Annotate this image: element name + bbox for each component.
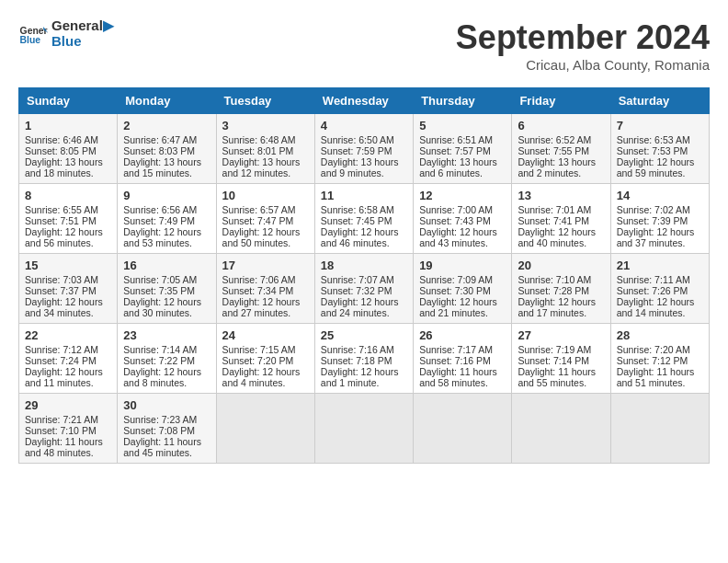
day-number: 15 bbox=[25, 259, 111, 272]
sunset: Sunset: 7:14 PM bbox=[518, 355, 604, 366]
calendar-cell bbox=[314, 394, 413, 464]
sunset: Sunset: 7:30 PM bbox=[419, 285, 506, 296]
day-number: 12 bbox=[419, 189, 506, 202]
day-number: 1 bbox=[25, 119, 111, 132]
daylight-hours: Daylight: 12 hours and 46 minutes. bbox=[321, 226, 407, 248]
sunset: Sunset: 7:22 PM bbox=[123, 355, 210, 366]
sunrise: Sunrise: 6:47 AM bbox=[123, 134, 210, 145]
calendar-cell: 29Sunrise: 7:21 AMSunset: 7:10 PMDayligh… bbox=[19, 394, 118, 464]
sunset: Sunset: 7:10 PM bbox=[25, 425, 111, 436]
calendar-cell: 10Sunrise: 6:57 AMSunset: 7:47 PMDayligh… bbox=[216, 184, 314, 254]
calendar-cell bbox=[216, 394, 314, 464]
day-number: 9 bbox=[123, 189, 210, 202]
calendar-cell: 5Sunrise: 6:51 AMSunset: 7:57 PMDaylight… bbox=[414, 114, 512, 184]
calendar-cell: 17Sunrise: 7:06 AMSunset: 7:34 PMDayligh… bbox=[216, 254, 314, 324]
sunset: Sunset: 7:18 PM bbox=[321, 355, 407, 366]
calendar-cell: 25Sunrise: 7:16 AMSunset: 7:18 PMDayligh… bbox=[314, 324, 413, 394]
sunrise: Sunrise: 6:55 AM bbox=[25, 204, 111, 215]
sunrise: Sunrise: 6:52 AM bbox=[518, 134, 604, 145]
calendar-week: 22Sunrise: 7:12 AMSunset: 7:24 PMDayligh… bbox=[19, 324, 710, 394]
day-number: 30 bbox=[123, 398, 210, 412]
header-row: SundayMondayTuesdayWednesdayThursdayFrid… bbox=[19, 88, 710, 114]
sunrise: Sunrise: 7:20 AM bbox=[617, 344, 703, 355]
sunset: Sunset: 7:08 PM bbox=[123, 425, 210, 436]
day-number: 3 bbox=[222, 119, 309, 132]
daylight-hours: Daylight: 12 hours and 50 minutes. bbox=[222, 226, 309, 248]
sunset: Sunset: 7:53 PM bbox=[617, 145, 703, 156]
calendar-cell: 24Sunrise: 7:15 AMSunset: 7:20 PMDayligh… bbox=[216, 324, 314, 394]
day-number: 14 bbox=[617, 189, 703, 202]
daylight-hours: Daylight: 12 hours and 24 minutes. bbox=[321, 296, 407, 318]
sunset: Sunset: 7:34 PM bbox=[222, 285, 309, 296]
sunset: Sunset: 7:47 PM bbox=[222, 215, 309, 226]
day-number: 18 bbox=[321, 259, 407, 272]
daylight-hours: Daylight: 13 hours and 9 minutes. bbox=[321, 156, 407, 178]
sunset: Sunset: 7:24 PM bbox=[25, 355, 111, 366]
logo-icon: General Blue bbox=[18, 19, 48, 49]
sunset: Sunset: 7:28 PM bbox=[518, 285, 604, 296]
sunrise: Sunrise: 7:15 AM bbox=[222, 344, 309, 355]
sunset: Sunset: 7:35 PM bbox=[123, 285, 210, 296]
sunrise: Sunrise: 7:11 AM bbox=[617, 274, 703, 285]
daylight-hours: Daylight: 12 hours and 40 minutes. bbox=[518, 226, 604, 248]
sunrise: Sunrise: 6:56 AM bbox=[123, 204, 210, 215]
calendar-week: 15Sunrise: 7:03 AMSunset: 7:37 PMDayligh… bbox=[19, 254, 710, 324]
daylight-hours: Daylight: 11 hours and 58 minutes. bbox=[419, 366, 506, 388]
weekday-header: Monday bbox=[118, 88, 216, 114]
sunrise: Sunrise: 6:58 AM bbox=[321, 204, 407, 215]
location: Cricau, Alba County, Romania bbox=[456, 57, 710, 73]
sunset: Sunset: 7:51 PM bbox=[25, 215, 111, 226]
calendar-cell: 23Sunrise: 7:14 AMSunset: 7:22 PMDayligh… bbox=[118, 324, 216, 394]
calendar-cell: 20Sunrise: 7:10 AMSunset: 7:28 PMDayligh… bbox=[512, 254, 610, 324]
sunset: Sunset: 7:43 PM bbox=[419, 215, 506, 226]
sunset: Sunset: 7:57 PM bbox=[419, 145, 506, 156]
daylight-hours: Daylight: 12 hours and 56 minutes. bbox=[25, 226, 111, 248]
daylight-hours: Daylight: 12 hours and 1 minute. bbox=[321, 366, 407, 388]
calendar-cell: 13Sunrise: 7:01 AMSunset: 7:41 PMDayligh… bbox=[512, 184, 610, 254]
day-number: 4 bbox=[321, 119, 407, 132]
calendar-cell bbox=[610, 394, 709, 464]
day-number: 5 bbox=[419, 119, 506, 132]
day-number: 21 bbox=[617, 259, 703, 272]
daylight-hours: Daylight: 12 hours and 11 minutes. bbox=[25, 366, 111, 388]
daylight-hours: Daylight: 12 hours and 8 minutes. bbox=[123, 366, 210, 388]
day-number: 10 bbox=[222, 189, 309, 202]
sunrise: Sunrise: 7:00 AM bbox=[419, 204, 506, 215]
sunrise: Sunrise: 6:48 AM bbox=[222, 134, 309, 145]
day-number: 8 bbox=[25, 189, 111, 202]
calendar-week: 1Sunrise: 6:46 AMSunset: 8:05 PMDaylight… bbox=[19, 114, 710, 184]
calendar-cell: 27Sunrise: 7:19 AMSunset: 7:14 PMDayligh… bbox=[512, 324, 610, 394]
calendar-cell: 11Sunrise: 6:58 AMSunset: 7:45 PMDayligh… bbox=[314, 184, 413, 254]
calendar-cell: 16Sunrise: 7:05 AMSunset: 7:35 PMDayligh… bbox=[118, 254, 216, 324]
day-number: 2 bbox=[123, 119, 210, 132]
sunrise: Sunrise: 7:17 AM bbox=[419, 344, 506, 355]
calendar-week: 29Sunrise: 7:21 AMSunset: 7:10 PMDayligh… bbox=[19, 394, 710, 464]
calendar-cell bbox=[512, 394, 610, 464]
daylight-hours: Daylight: 11 hours and 45 minutes. bbox=[123, 436, 210, 458]
calendar-cell: 12Sunrise: 7:00 AMSunset: 7:43 PMDayligh… bbox=[414, 184, 512, 254]
weekday-header: Friday bbox=[512, 88, 610, 114]
sunrise: Sunrise: 7:10 AM bbox=[518, 274, 604, 285]
day-number: 24 bbox=[222, 328, 309, 342]
calendar-cell: 21Sunrise: 7:11 AMSunset: 7:26 PMDayligh… bbox=[610, 254, 709, 324]
daylight-hours: Daylight: 12 hours and 21 minutes. bbox=[419, 296, 506, 318]
sunrise: Sunrise: 7:14 AM bbox=[123, 344, 210, 355]
daylight-hours: Daylight: 13 hours and 15 minutes. bbox=[123, 156, 210, 178]
month-title: September 2024 bbox=[456, 18, 710, 57]
weekday-header: Saturday bbox=[610, 88, 709, 114]
sunrise: Sunrise: 7:12 AM bbox=[25, 344, 111, 355]
sunset: Sunset: 7:39 PM bbox=[617, 215, 703, 226]
sunrise: Sunrise: 7:23 AM bbox=[123, 414, 210, 425]
sunset: Sunset: 8:01 PM bbox=[222, 145, 309, 156]
calendar-cell: 26Sunrise: 7:17 AMSunset: 7:16 PMDayligh… bbox=[414, 324, 512, 394]
weekday-header: Thursday bbox=[414, 88, 512, 114]
daylight-hours: Daylight: 12 hours and 14 minutes. bbox=[617, 296, 703, 318]
daylight-hours: Daylight: 12 hours and 27 minutes. bbox=[222, 296, 309, 318]
sunset: Sunset: 8:03 PM bbox=[123, 145, 210, 156]
calendar-cell: 30Sunrise: 7:23 AMSunset: 7:08 PMDayligh… bbox=[118, 394, 216, 464]
day-number: 17 bbox=[222, 259, 309, 272]
sunrise: Sunrise: 7:21 AM bbox=[25, 414, 111, 425]
daylight-hours: Daylight: 13 hours and 18 minutes. bbox=[25, 156, 111, 178]
sunset: Sunset: 7:12 PM bbox=[617, 355, 703, 366]
sunrise: Sunrise: 7:06 AM bbox=[222, 274, 309, 285]
